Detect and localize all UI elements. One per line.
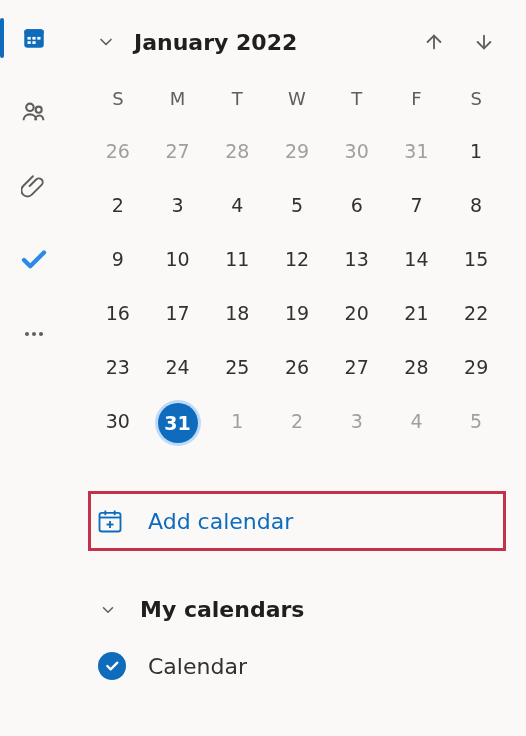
day-cell[interactable]: 29 xyxy=(267,127,327,175)
day-cell[interactable]: 14 xyxy=(387,235,447,283)
dow-cell: T xyxy=(207,80,267,121)
day-cell[interactable]: 4 xyxy=(387,397,447,445)
day-cell[interactable]: 24 xyxy=(148,343,208,391)
app-rail xyxy=(0,0,68,736)
svg-rect-4 xyxy=(37,37,40,40)
arrow-down-icon xyxy=(473,31,495,53)
day-cell[interactable]: 27 xyxy=(327,343,387,391)
add-calendar-icon xyxy=(96,507,124,535)
dow-cell: T xyxy=(327,80,387,121)
svg-point-10 xyxy=(32,332,36,336)
rail-more[interactable] xyxy=(14,314,54,354)
day-cell[interactable]: 2 xyxy=(88,181,148,229)
day-cell[interactable]: 5 xyxy=(446,397,506,445)
svg-point-8 xyxy=(36,107,42,113)
day-cell[interactable]: 11 xyxy=(207,235,267,283)
rail-people[interactable] xyxy=(14,92,54,132)
my-calendars-label: My calendars xyxy=(140,597,304,622)
day-cell[interactable]: 7 xyxy=(387,181,447,229)
prev-month-button[interactable] xyxy=(416,24,452,60)
day-cell[interactable]: 5 xyxy=(267,181,327,229)
calendar-panel: January 2022 S M T W T F S 26 27 28 29 3… xyxy=(68,0,526,736)
svg-rect-3 xyxy=(32,37,35,40)
svg-point-11 xyxy=(39,332,43,336)
day-cell[interactable]: 6 xyxy=(327,181,387,229)
day-cell[interactable]: 18 xyxy=(207,289,267,337)
day-cell[interactable]: 27 xyxy=(148,127,208,175)
dow-cell: S xyxy=(446,80,506,121)
day-cell[interactable]: 28 xyxy=(207,127,267,175)
day-cell[interactable]: 28 xyxy=(387,343,447,391)
month-picker-header: January 2022 xyxy=(88,24,506,72)
day-cell[interactable]: 17 xyxy=(148,289,208,337)
add-calendar-label: Add calendar xyxy=(148,509,293,534)
day-cell[interactable]: 4 xyxy=(207,181,267,229)
next-month-button[interactable] xyxy=(466,24,502,60)
day-cell[interactable]: 1 xyxy=(446,127,506,175)
my-calendars-header[interactable]: My calendars xyxy=(88,597,506,622)
day-cell[interactable]: 3 xyxy=(148,181,208,229)
rail-todo[interactable] xyxy=(14,240,54,280)
day-cell[interactable]: 29 xyxy=(446,343,506,391)
day-cell[interactable]: 10 xyxy=(148,235,208,283)
svg-rect-2 xyxy=(28,37,31,40)
day-cell[interactable]: 15 xyxy=(446,235,506,283)
day-cell[interactable]: 23 xyxy=(88,343,148,391)
month-grid: S M T W T F S 26 27 28 29 30 31 1 2 3 4 … xyxy=(88,80,506,445)
day-cell[interactable]: 9 xyxy=(88,235,148,283)
day-cell[interactable]: 21 xyxy=(387,289,447,337)
svg-rect-6 xyxy=(32,41,35,44)
check-icon xyxy=(104,658,120,674)
rail-calendar[interactable] xyxy=(14,18,54,58)
day-cell[interactable]: 20 xyxy=(327,289,387,337)
day-cell[interactable]: 12 xyxy=(267,235,327,283)
day-cell[interactable]: 13 xyxy=(327,235,387,283)
day-cell[interactable]: 8 xyxy=(446,181,506,229)
people-icon xyxy=(20,98,48,126)
chevron-down-icon xyxy=(96,598,120,622)
dow-cell: S xyxy=(88,80,148,121)
day-cell[interactable]: 26 xyxy=(267,343,327,391)
day-cell[interactable]: 19 xyxy=(267,289,327,337)
day-cell[interactable]: 25 xyxy=(207,343,267,391)
calendar-item[interactable]: Calendar xyxy=(88,652,506,680)
day-cell[interactable]: 3 xyxy=(327,397,387,445)
day-cell[interactable]: 22 xyxy=(446,289,506,337)
month-collapse-toggle[interactable] xyxy=(92,28,120,56)
day-cell-today[interactable]: 31 xyxy=(148,397,208,445)
dow-cell: M xyxy=(148,80,208,121)
calendar-item-label: Calendar xyxy=(148,654,247,679)
day-cell[interactable]: 16 xyxy=(88,289,148,337)
day-cell[interactable]: 1 xyxy=(207,397,267,445)
add-calendar-button[interactable]: Add calendar xyxy=(88,491,506,551)
day-cell[interactable]: 26 xyxy=(88,127,148,175)
dow-cell: F xyxy=(387,80,447,121)
day-cell[interactable]: 30 xyxy=(88,397,148,445)
day-cell[interactable]: 30 xyxy=(327,127,387,175)
day-cell[interactable]: 2 xyxy=(267,397,327,445)
calendar-checkbox[interactable] xyxy=(98,652,126,680)
more-icon xyxy=(22,322,46,346)
month-title[interactable]: January 2022 xyxy=(134,30,402,55)
arrow-up-icon xyxy=(423,31,445,53)
rail-files[interactable] xyxy=(14,166,54,206)
svg-rect-5 xyxy=(28,41,31,44)
calendar-icon xyxy=(21,25,47,51)
dow-cell: W xyxy=(267,80,327,121)
svg-rect-1 xyxy=(24,29,44,34)
svg-point-9 xyxy=(25,332,29,336)
day-cell[interactable]: 31 xyxy=(387,127,447,175)
svg-point-7 xyxy=(26,104,33,111)
paperclip-icon xyxy=(21,173,47,199)
checkmark-icon xyxy=(19,245,49,275)
chevron-down-icon xyxy=(96,32,116,52)
